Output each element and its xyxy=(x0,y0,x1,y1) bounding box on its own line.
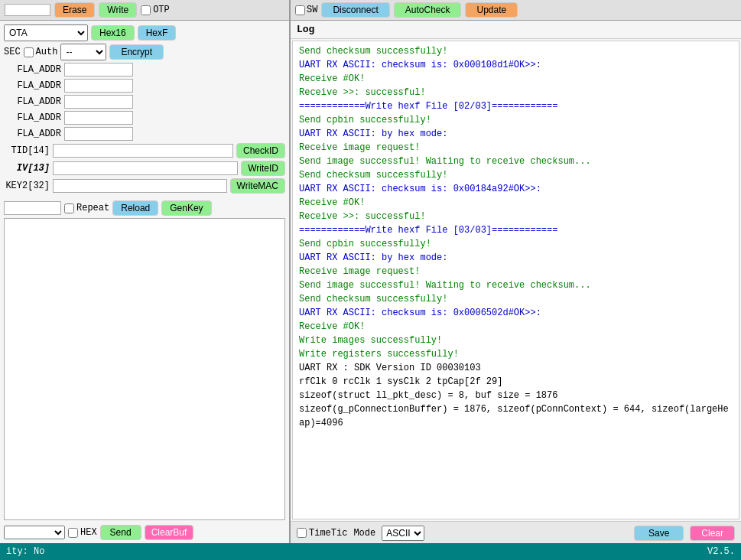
log-line: Send image successful! Waiting to receiv… xyxy=(299,278,733,292)
key2-label: KEY2[32] xyxy=(4,181,50,191)
log-line: sizeof(struct ll_pkt_desc) = 8, buf size… xyxy=(299,389,733,402)
save-button[interactable]: Save xyxy=(634,526,684,541)
write-button[interactable]: Write xyxy=(99,2,137,18)
fla-label-4: FLA_ADDR xyxy=(4,112,61,123)
key2-input[interactable] xyxy=(53,179,227,193)
tid-label: TID[14] xyxy=(4,145,50,156)
log-line: Send cpbin successfully! xyxy=(299,113,733,127)
status-left: ity: No xyxy=(6,546,44,557)
fla-addr-row-5: FLA_ADDR xyxy=(4,127,285,141)
reload-button[interactable]: Reload xyxy=(112,200,158,216)
genkey-row: Repeat Reload GenKey xyxy=(4,200,285,216)
mode-select[interactable]: ASCII HEX xyxy=(382,526,424,541)
bottom-select[interactable] xyxy=(4,526,65,539)
bottom-right-bar: TimeTic Mode ASCII HEX Save Clear xyxy=(291,521,741,544)
fla-addr-row-4: FLA_ADDR xyxy=(4,111,285,125)
log-header: Log xyxy=(291,21,741,39)
repeat-label: Repeat xyxy=(64,203,109,213)
log-line: UART RX ASCII: by hex mode: xyxy=(299,251,733,265)
log-line: UART RX ASCII: by hex mode: xyxy=(299,127,733,141)
otp-checkbox[interactable] xyxy=(141,5,151,15)
log-area[interactable]: Send checksum successfully!UART RX ASCII… xyxy=(292,41,739,519)
top-input[interactable] xyxy=(5,4,50,16)
log-line: Write registers successfully! xyxy=(299,347,733,361)
status-bar: ity: No V2.5. xyxy=(0,543,741,560)
clearbuf-button[interactable]: ClearBuf xyxy=(145,525,194,540)
dash-select[interactable]: -- xyxy=(60,44,106,60)
log-line: UART RX ASCII: checksum is: 0x000108d1#O… xyxy=(299,58,733,72)
log-line: Send image successful! Waiting to receiv… xyxy=(299,155,733,168)
log-line: Send checksum successfully! xyxy=(299,292,733,306)
fla-input-4[interactable] xyxy=(64,111,133,125)
iv-input[interactable] xyxy=(53,161,238,175)
send-button[interactable]: Send xyxy=(100,525,141,540)
update-button[interactable]: Update xyxy=(465,2,518,18)
log-line: Receive #OK! xyxy=(299,196,733,210)
fla-label-3: FLA_ADDR xyxy=(4,96,61,107)
log-line: Receive #OK! xyxy=(299,72,733,86)
hex-label: HEX xyxy=(68,527,97,538)
fla-addr-row-3: FLA_ADDR xyxy=(4,95,285,109)
log-line: Receive image request! xyxy=(299,141,733,155)
iv-row: IV[13] WriteID xyxy=(4,161,285,176)
ota-select[interactable]: OTA xyxy=(4,24,88,41)
log-line: ============Write hexf File [02/03]=====… xyxy=(299,99,733,113)
fla-input-3[interactable] xyxy=(64,95,133,109)
log-line: UART RX ASCII: checksum is: 0x0006502d#O… xyxy=(299,306,733,320)
log-line: sizeof(g_pConnectionBuffer) = 1876, size… xyxy=(299,402,733,430)
hexf-button[interactable]: HexF xyxy=(138,25,177,41)
clear-button[interactable]: Clear xyxy=(690,526,735,541)
log-line: Receive image request! xyxy=(299,265,733,278)
ota-row: OTA Hex16 HexF xyxy=(4,24,285,41)
log-line: ============Write hexf File [03/03]=====… xyxy=(299,223,733,237)
sw-checkbox[interactable] xyxy=(295,5,305,15)
log-line: Receive #OK! xyxy=(299,320,733,334)
encrypt-button[interactable]: Encrypt xyxy=(109,44,164,60)
autocheck-button[interactable]: AutoCheck xyxy=(394,2,462,18)
otp-checkbox-label: OTP xyxy=(141,5,170,15)
writemac-button[interactable]: WriteMAC xyxy=(230,178,285,194)
log-line: Send checksum successfully! xyxy=(299,44,733,58)
fla-input-5[interactable] xyxy=(64,127,133,141)
log-line: Receive >>: successful! xyxy=(299,210,733,223)
sec-row: SEC Auth -- Encrypt xyxy=(4,44,285,60)
timetic-label: TimeTic xyxy=(297,528,347,539)
log-line: Send cpbin successfully! xyxy=(299,237,733,251)
mode-label: Mode xyxy=(353,528,375,539)
hex16-button[interactable]: Hex16 xyxy=(91,25,135,41)
writeid-button[interactable]: WriteID xyxy=(241,161,285,176)
log-line: UART RX ASCII: checksum is: 0x00184a92#O… xyxy=(299,182,733,196)
auth-label: Auth xyxy=(24,47,58,57)
iv-label: IV[13] xyxy=(4,163,50,174)
fla-label-5: FLA_ADDR xyxy=(4,129,61,139)
log-line: rfClk 0 rcClk 1 sysClk 2 tpCap[2f 29] xyxy=(299,375,733,389)
tid-input[interactable] xyxy=(53,144,233,158)
timetic-checkbox[interactable] xyxy=(297,528,307,538)
left-textarea[interactable] xyxy=(4,218,285,520)
log-line: Send checksum successfully! xyxy=(299,168,733,182)
auth-checkbox[interactable] xyxy=(24,47,34,57)
repeat-checkbox[interactable] xyxy=(64,203,74,213)
genkey-button[interactable]: GenKey xyxy=(161,200,211,216)
erase-button[interactable]: Erase xyxy=(54,2,95,18)
log-line: UART RX : SDK Version ID 00030103 xyxy=(299,361,733,375)
hex-checkbox[interactable] xyxy=(68,528,78,538)
fla-label-1: FLA_ADDR xyxy=(4,64,61,75)
sec-label: SEC xyxy=(4,47,21,57)
fla-label-2: FLA_ADDR xyxy=(4,80,61,91)
log-line: Write images successfully! xyxy=(299,334,733,347)
disconnect-button[interactable]: Disconnect xyxy=(321,2,389,18)
tid-row: TID[14] CheckID xyxy=(4,143,285,158)
fla-input-1[interactable] xyxy=(64,63,133,77)
fla-input-2[interactable] xyxy=(64,79,133,93)
checkid-button[interactable]: CheckID xyxy=(236,143,285,158)
log-line: Receive >>: successful! xyxy=(299,86,733,99)
status-right: V2.5. xyxy=(707,546,735,557)
key2-row: KEY2[32] WriteMAC xyxy=(4,178,285,194)
fla-addr-row-1: FLA_ADDR xyxy=(4,63,285,77)
fla-addr-row-2: FLA_ADDR xyxy=(4,79,285,93)
sw-label: SW xyxy=(295,5,317,15)
gen-input[interactable] xyxy=(4,201,61,215)
